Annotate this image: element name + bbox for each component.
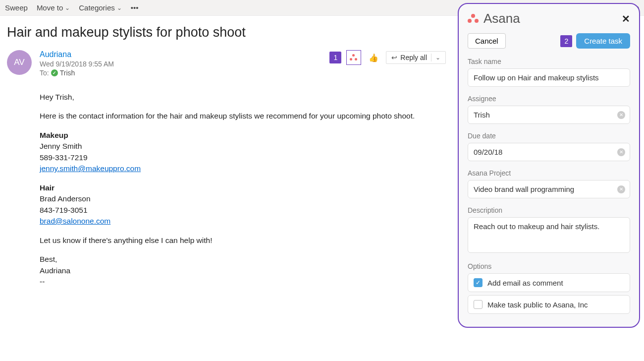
callout-1: 1 [329,52,341,63]
assignee-label: Assignee [468,95,630,103]
project-input[interactable] [468,180,630,198]
assignee-field: Assignee ✕ [468,95,630,124]
hair-email-link[interactable]: brad@salonone.com [40,217,110,225]
body-sig: Audriana [40,266,70,275]
options-label: Options [468,262,630,270]
makeup-name: Jenny Smith [40,142,82,150]
task-name-field: Task name [468,58,630,87]
panel-actions: Cancel 2 Create task [468,33,630,49]
hair-phone: 843-719-3051 [40,206,88,214]
to-line: To: ✓ Trish [40,69,456,77]
asana-logo-icon [468,14,479,24]
reply-all-label: Reply all [400,54,427,61]
presence-icon: ✓ [51,69,58,76]
option-1-label: Add email as comment [487,279,563,287]
makeup-email-link[interactable]: jenny.smith@makeuppro.com [40,164,141,173]
chevron-down-icon[interactable]: ⌄ [435,54,440,61]
categories-label: Categories [79,3,115,12]
asana-addin-button[interactable] [346,50,361,65]
description-label: Description [468,206,630,214]
cancel-button[interactable]: Cancel [468,33,506,49]
to-name: Trish [60,69,75,77]
email-pane: Hair and makeup stylists for photo shoot… [0,16,456,288]
body-greeting: Hey Trish, [40,92,456,103]
due-date-label: Due date [468,132,630,140]
makeup-title: Makeup [40,131,68,139]
hair-title: Hair [40,183,54,192]
hair-name: Brad Anderson [40,194,91,203]
avatar: AV [7,50,32,75]
options-section: Options ✓ Add email as comment Make task… [468,262,630,314]
email-subject: Hair and makeup stylists for photo shoot [7,25,456,40]
move-to-button[interactable]: Move to ⌄ [37,3,70,12]
chevron-down-icon: ⌄ [117,4,122,11]
body-closing1: Let us know if there's anything else I c… [40,235,456,246]
more-actions-button[interactable]: ••• [131,3,139,12]
more-icon: ••• [131,3,139,12]
description-input[interactable] [468,217,630,253]
sweep-label: Sweep [5,3,28,12]
close-icon[interactable]: ✕ [622,13,630,25]
description-field: Description [468,206,630,254]
due-date-field: Due date ✕ [468,132,630,161]
email-header: AV Audriana Wed 9/19/2018 9:55 AM To: ✓ … [7,50,456,77]
body-dashes: -- [40,277,45,286]
checkbox-checked-icon[interactable]: ✓ [474,278,483,287]
create-task-button[interactable]: Create task [576,33,630,49]
callout-2: 2 [560,35,572,47]
reply-icon: ↩ [391,54,397,61]
checkbox-unchecked-icon[interactable] [474,300,483,309]
task-name-input[interactable] [468,68,630,87]
sweep-button[interactable]: Sweep [5,3,28,12]
due-date-input[interactable] [468,143,630,161]
asana-panel: Asana ✕ Cancel 2 Create task Task name A… [458,3,640,328]
clear-project-icon[interactable]: ✕ [617,185,625,193]
reply-all-button[interactable]: ↩ Reply all ⌄ [386,51,446,64]
chevron-down-icon: ⌄ [65,4,70,11]
task-name-label: Task name [468,58,630,65]
like-icon: 👍 [369,53,378,62]
option-add-email-comment[interactable]: ✓ Add email as comment [468,273,630,292]
body-intro: Here is the contact information for the … [40,111,456,121]
asana-title: Asana [483,11,520,26]
assignee-input[interactable] [468,106,630,124]
asana-header: Asana ✕ [468,11,630,26]
option-make-public[interactable]: Make task public to Asana, Inc [468,295,630,314]
categories-button[interactable]: Categories ⌄ [79,3,122,12]
clear-due-date-icon[interactable]: ✕ [617,148,625,156]
asana-icon [350,54,358,61]
header-actions: 1 👍 ↩ Reply all ⌄ [329,50,446,65]
asana-brand: Asana [468,11,520,26]
email-body: Hey Trish, Here is the contact informati… [40,92,456,288]
clear-assignee-icon[interactable]: ✕ [617,111,625,119]
move-to-label: Move to [37,3,63,12]
to-label: To: [40,69,49,77]
body-closing2: Best, [40,255,57,263]
project-field: Asana Project ✕ [468,169,630,198]
option-2-label: Make task public to Asana, Inc [487,301,588,309]
makeup-phone: 589-331-7219 [40,153,88,162]
like-button[interactable]: 👍 [366,50,381,65]
project-label: Asana Project [468,169,630,177]
